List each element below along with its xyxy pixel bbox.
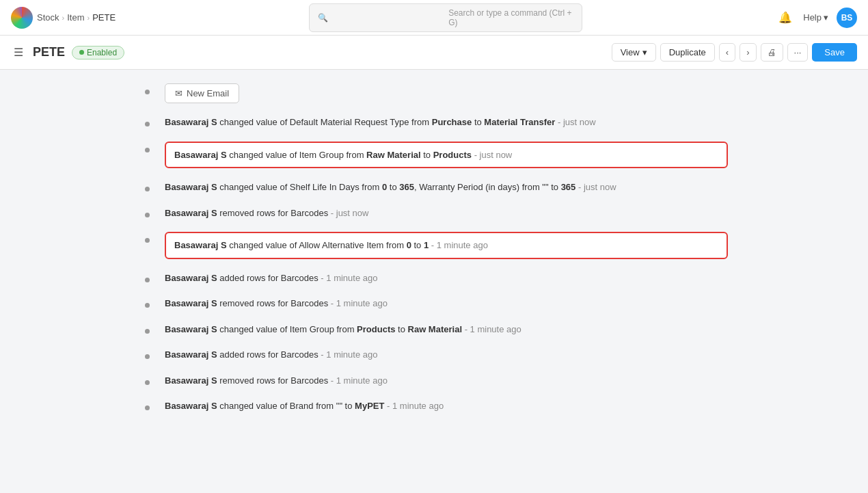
entry-text: removed rows for Barcodes — [217, 298, 329, 308]
top-navigation: Stock › Item › PETE 🔍 Search or type a c… — [0, 0, 868, 36]
entry-time: - 1 minute ago — [328, 375, 388, 386]
save-button[interactable]: Save — [812, 43, 857, 62]
subheader-left: ☰ PETE Enabled — [11, 43, 124, 62]
breadcrumb-stock[interactable]: Stock — [37, 12, 59, 23]
help-button[interactable]: Help ▾ — [803, 12, 828, 23]
timeline-item: Basawaraj S added rows for Barcodes - 1 … — [140, 271, 728, 285]
entry-text: to — [395, 324, 407, 334]
entry-author: Basawaraj S — [165, 182, 217, 192]
timeline-text: Basawaraj S changed value of Brand from … — [165, 399, 728, 413]
timeline-item: Basawaraj S added rows for Barcodes - 1 … — [140, 348, 728, 362]
entry-author: Basawaraj S — [165, 375, 217, 386]
timeline-dot — [145, 122, 150, 126]
entry-text: to — [387, 182, 399, 192]
timeline-text: Basawaraj S removed rows for Barcodes - … — [165, 374, 728, 388]
entry-author: Basawaraj S — [174, 150, 227, 160]
timeline-dot — [145, 380, 150, 385]
more-options-button[interactable]: ··· — [787, 43, 809, 62]
entry-time: - just now — [575, 182, 616, 192]
dot-col — [140, 348, 154, 359]
page-title: PETE — [33, 45, 65, 59]
timeline-text: Basawaraj S changed value of Item Group … — [165, 323, 728, 336]
entry-bold-value: MyPET — [355, 401, 384, 411]
chevron-down-icon: ▾ — [824, 12, 828, 23]
entry-author: Basawaraj S — [165, 349, 217, 360]
timeline-entry-content: Basawaraj S changed value of Item Group … — [165, 323, 728, 336]
dot-col — [140, 206, 154, 217]
timeline-entry-content: Basawaraj S added rows for Barcodes - 1 … — [165, 271, 728, 285]
entry-author: Basawaraj S — [165, 298, 217, 308]
timeline-entry-content: Basawaraj S changed value of Item Group … — [165, 142, 728, 169]
timeline-dot — [145, 187, 150, 191]
entry-bold-value: Raw Material — [366, 150, 420, 160]
timeline-dot — [145, 238, 150, 243]
timeline-item: Basawaraj S changed value of Shelf Life … — [140, 181, 728, 194]
entry-time: - just now — [472, 150, 512, 160]
search-bar[interactable]: 🔍 Search or type a command (Ctrl + G) — [309, 3, 582, 32]
timeline-item: Basawaraj S changed value of Item Group … — [140, 323, 728, 336]
entry-time: - 1 minute ago — [318, 349, 378, 360]
entry-bold-value: 365 — [561, 182, 576, 192]
timeline-item: Basawaraj S removed rows for Barcodes - … — [140, 374, 728, 388]
timeline-entry-content: Basawaraj S changed value of Brand from … — [165, 399, 728, 413]
prev-button[interactable]: ‹ — [719, 43, 735, 62]
timeline-entry-content: Basawaraj S changed value of Default Mat… — [165, 116, 728, 129]
entry-time: - just now — [328, 208, 368, 218]
timeline-item: Basawaraj S removed rows for Barcodes - … — [140, 297, 728, 310]
entry-text: to — [411, 240, 424, 250]
entry-text: removed rows for Barcodes — [217, 208, 329, 218]
entry-bold-value: 0 — [407, 240, 411, 250]
timeline-text: Basawaraj S changed value of Allow Alter… — [165, 232, 728, 259]
timeline-text: Basawaraj S changed value of Default Mat… — [165, 116, 728, 129]
timeline-entry-content: Basawaraj S removed rows for Barcodes - … — [165, 206, 728, 220]
user-avatar[interactable]: BS — [837, 8, 857, 28]
dot-col — [140, 297, 154, 308]
status-dot — [79, 50, 84, 55]
breadcrumb-item[interactable]: Item — [67, 12, 84, 23]
entry-text: , Warranty Period (in days) from "" to — [414, 182, 561, 192]
next-button[interactable]: › — [740, 43, 756, 62]
dot-col — [140, 83, 154, 94]
hamburger-button[interactable]: ☰ — [11, 43, 26, 62]
dot-col — [140, 399, 154, 410]
app-logo[interactable] — [11, 7, 33, 29]
breadcrumb: Stock › Item › PETE — [37, 12, 116, 23]
status-badge: Enabled — [72, 46, 124, 59]
help-label: Help — [803, 12, 822, 23]
entry-bold-value: Material Transfer — [484, 117, 555, 127]
new-email-button[interactable]: ✉ New Email — [165, 83, 239, 103]
view-label: View — [621, 47, 640, 57]
entry-text: changed value of Brand from "" to — [217, 401, 355, 411]
search-container[interactable]: 🔍 Search or type a command (Ctrl + G) — [309, 3, 582, 32]
entry-bold-value: 365 — [399, 182, 414, 192]
search-icon: 🔍 — [318, 13, 443, 23]
entry-author: Basawaraj S — [165, 208, 217, 218]
new-email-label: New Email — [187, 88, 229, 98]
timeline-text: Basawaraj S removed rows for Barcodes - … — [165, 297, 728, 310]
entry-time: - 1 minute ago — [328, 298, 388, 308]
timeline-entry-content: Basawaraj S removed rows for Barcodes - … — [165, 297, 728, 310]
subheader-right: View ▾ Duplicate ‹ › 🖨 ··· Save — [612, 43, 857, 62]
timeline-text: Basawaraj S added rows for Barcodes - 1 … — [165, 271, 728, 285]
print-button[interactable]: 🖨 — [761, 43, 783, 62]
entry-time: - 1 minute ago — [318, 273, 378, 283]
timeline-item: Basawaraj S changed value of Brand from … — [140, 399, 728, 413]
timeline-item: Basawaraj S changed value of Default Mat… — [140, 116, 728, 129]
duplicate-button[interactable]: Duplicate — [660, 43, 715, 62]
nav-right: 🔔 Help ▾ BS — [776, 8, 857, 28]
view-chevron-icon: ▾ — [642, 47, 647, 57]
timeline-entry-content: Basawaraj S changed value of Shelf Life … — [165, 181, 728, 194]
notification-button[interactable]: 🔔 — [776, 8, 795, 27]
timeline-dot — [145, 148, 150, 152]
email-icon: ✉ — [175, 88, 182, 98]
timeline-text: Basawaraj S changed value of Shelf Life … — [165, 181, 728, 194]
timeline-dot — [145, 213, 150, 217]
dot-col — [140, 374, 154, 385]
timeline-item: Basawaraj S changed value of Item Group … — [140, 142, 728, 169]
timeline-entry-content: Basawaraj S changed value of Allow Alter… — [165, 232, 728, 259]
entry-text: to — [472, 117, 484, 127]
entry-time: - 1 minute ago — [384, 401, 444, 411]
view-button[interactable]: View ▾ — [612, 43, 656, 62]
entry-text: changed value of Item Group from — [227, 150, 367, 160]
sub-header: ☰ PETE Enabled View ▾ Duplicate ‹ › 🖨 ··… — [0, 36, 868, 70]
